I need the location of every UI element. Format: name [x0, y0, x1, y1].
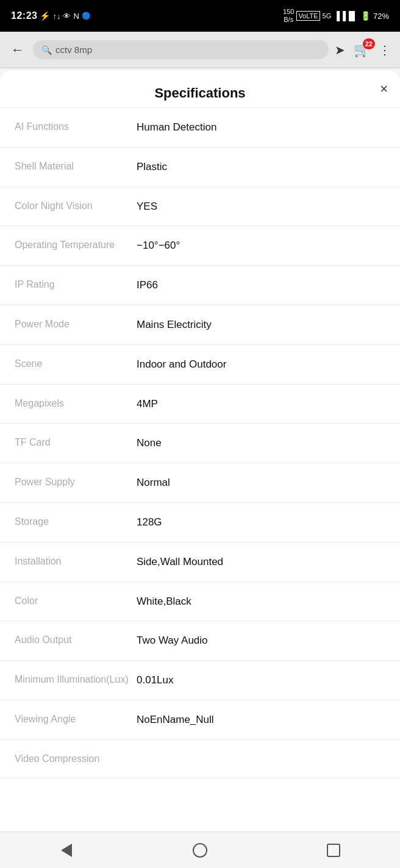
spec-label-14: Minimum Illumination(Lux) — [15, 673, 137, 686]
back-nav-button[interactable] — [54, 838, 79, 863]
spec-row-10: Storage128G — [0, 503, 400, 542]
status-bar: 12:23 ⚡ ↑↓ 👁 N 🔵 150B/s VoLTE 5G ▐▐▐▌ 🔋 … — [0, 0, 400, 32]
spec-label-7: Megapixels — [15, 397, 137, 410]
bottom-nav — [0, 831, 400, 868]
spec-value-1: Plastic — [137, 160, 385, 174]
spec-label-16: Video Compression — [15, 752, 137, 766]
spec-row-14: Minimum Illumination(Lux)0.01Lux — [0, 661, 400, 700]
close-button[interactable]: × — [380, 82, 388, 96]
eye-icon: 👁 — [63, 12, 71, 21]
more-menu-button[interactable]: ⋮ — [379, 43, 391, 57]
status-right: 150B/s VoLTE 5G ▐▐▐▌ 🔋 72% — [283, 8, 389, 24]
spec-row-11: InstallationSide,Wall Mounted — [0, 542, 400, 582]
status-time: 12:23 — [11, 10, 37, 21]
spec-value-5: Mains Electricity — [137, 318, 385, 332]
lightning-icon: ⚡ — [40, 11, 50, 21]
back-button[interactable]: ← — [9, 40, 27, 60]
bluetooth2-icon: 🔵 — [82, 12, 91, 20]
home-circle-icon — [193, 843, 207, 858]
spec-value-4: IP66 — [137, 278, 385, 293]
spec-row-2: Color Night VisionYES — [0, 187, 400, 227]
spec-row-12: ColorWhite,Black — [0, 582, 400, 622]
spec-value-3: −10°−60° — [137, 238, 385, 253]
nav-actions: ➤ 🛒 22 ⋮ — [335, 42, 391, 58]
home-nav-button[interactable] — [188, 838, 212, 863]
recents-nav-button[interactable] — [321, 838, 346, 863]
spec-value-8: None — [137, 436, 385, 450]
spec-row-9: Power SupplyNormal — [0, 463, 400, 503]
spec-row-4: IP RatingIP66 — [0, 266, 400, 305]
spec-value-9: Normal — [137, 475, 385, 490]
spec-row-13: Audio OutputTwo Way Audio — [0, 621, 400, 661]
spec-row-16: Video Compression — [0, 740, 400, 778]
spec-value-13: Two Way Audio — [137, 633, 385, 648]
spec-row-0: AI FunctionsHuman Detection — [0, 108, 400, 148]
speed-indicator: 150B/s — [283, 8, 294, 24]
spec-value-10: 128G — [137, 515, 385, 530]
specs-rows-container: AI FunctionsHuman DetectionShell Materia… — [0, 108, 400, 778]
spec-row-3: Operating Temperature−10°−60° — [0, 226, 400, 266]
status-left: 12:23 ⚡ ↑↓ 👁 N 🔵 — [11, 10, 91, 21]
cart-badge: 22 — [363, 38, 375, 49]
spec-value-11: Side,Wall Mounted — [137, 555, 385, 569]
search-bar[interactable]: 🔍 cctv 8mp — [33, 40, 329, 59]
recents-square-icon — [327, 844, 340, 857]
spec-label-13: Audio Output — [15, 633, 137, 647]
back-triangle-icon — [61, 844, 72, 857]
spec-row-1: Shell MaterialPlastic — [0, 148, 400, 187]
spec-label-12: Color — [15, 594, 137, 608]
spec-label-9: Power Supply — [15, 475, 137, 489]
spec-value-7: 4MP — [137, 397, 385, 411]
network-5g: 5G — [323, 12, 332, 20]
spec-label-6: Scene — [15, 357, 137, 371]
spec-label-11: Installation — [15, 555, 137, 568]
spec-row-15: Viewing AngleNoEnName_Null — [0, 700, 400, 740]
spec-label-0: AI Functions — [15, 120, 137, 133]
share-button[interactable]: ➤ — [335, 43, 345, 57]
battery-icon: 🔋 — [360, 11, 371, 21]
spec-label-5: Power Mode — [15, 318, 137, 331]
spec-label-1: Shell Material — [15, 160, 137, 173]
search-icon: 🔍 — [41, 45, 52, 55]
spec-value-12: White,Black — [137, 594, 385, 609]
volte-icon: VoLTE — [296, 11, 320, 21]
spec-value-15: NoEnName_Null — [137, 713, 385, 727]
spec-value-0: Human Detection — [137, 120, 385, 135]
cart-wrapper: 🛒 22 — [354, 42, 370, 58]
battery-percent: 72% — [373, 12, 389, 21]
spec-row-7: Megapixels4MP — [0, 385, 400, 424]
spec-value-2: YES — [137, 199, 385, 214]
specs-header: Specifications × — [0, 71, 400, 108]
spec-label-10: Storage — [15, 515, 137, 528]
spec-label-15: Viewing Angle — [15, 713, 137, 726]
bluetooth-icon: N — [73, 12, 79, 21]
spec-label-2: Color Night Vision — [15, 199, 137, 213]
spec-row-8: TF CardNone — [0, 424, 400, 463]
specs-title: Specifications — [154, 85, 245, 101]
spec-row-6: SceneIndoor and Outdoor — [0, 345, 400, 385]
search-text: cctv 8mp — [55, 44, 92, 55]
arrow-up-icon: ↑↓ — [52, 12, 60, 21]
specs-sheet: Specifications × AI FunctionsHuman Detec… — [0, 71, 400, 863]
nav-bar: ← 🔍 cctv 8mp ➤ 🛒 22 ⋮ — [0, 32, 400, 68]
spec-label-4: IP Rating — [15, 278, 137, 291]
spec-label-8: TF Card — [15, 436, 137, 449]
spec-label-3: Operating Temperature — [15, 238, 137, 252]
spec-value-6: Indoor and Outdoor — [137, 357, 385, 372]
spec-row-5: Power ModeMains Electricity — [0, 305, 400, 345]
spec-value-14: 0.01Lux — [137, 673, 385, 688]
signal-icon: ▐▐▐▌ — [334, 11, 358, 21]
